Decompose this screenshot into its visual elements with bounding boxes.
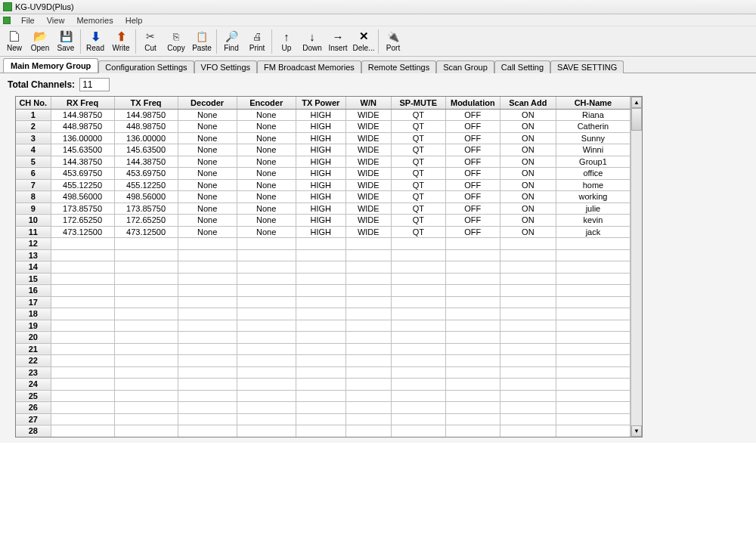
col-wn[interactable]: W/N	[345, 97, 391, 109]
cell-mod[interactable]	[445, 332, 500, 344]
col-dec[interactable]: Decoder	[178, 97, 237, 109]
cell-mod[interactable]: OFF	[445, 168, 500, 180]
cell-rx[interactable]: 144.98750	[51, 109, 114, 121]
row-number[interactable]: 11	[16, 226, 51, 238]
cell-txp[interactable]: HIGH	[296, 132, 345, 144]
cell-wn[interactable]: WIDE	[345, 168, 391, 180]
cell-enc[interactable]	[237, 343, 296, 355]
cell-tx[interactable]	[114, 261, 178, 274]
cell-dec[interactable]: None	[178, 109, 237, 121]
row-number[interactable]: 2	[16, 121, 51, 133]
row-number[interactable]: 12	[16, 238, 51, 250]
menu-file[interactable]: File	[15, 16, 41, 25]
table-row[interactable]: 6453.69750453.69750NoneNoneHIGHWIDEQTOFF…	[16, 168, 631, 180]
cell-txp[interactable]: HIGH	[296, 226, 345, 238]
cell-name[interactable]: Riana	[556, 109, 630, 121]
cell-rx[interactable]	[51, 343, 114, 355]
cell-enc[interactable]: None	[237, 168, 296, 180]
table-row[interactable]: 22	[16, 355, 631, 367]
row-number[interactable]: 23	[16, 366, 51, 379]
cell-mod[interactable]	[445, 273, 500, 285]
cell-scan[interactable]: ON	[500, 215, 556, 227]
cell-name[interactable]	[556, 238, 630, 250]
cell-txp[interactable]	[296, 308, 345, 320]
open-button[interactable]: 📂 Open	[27, 27, 53, 56]
cell-enc[interactable]	[237, 355, 296, 367]
row-number[interactable]: 16	[16, 285, 51, 297]
cut-button[interactable]: ✂ Cut	[138, 27, 163, 56]
cell-name[interactable]	[556, 273, 630, 285]
cell-wn[interactable]: WIDE	[345, 144, 391, 156]
cell-wn[interactable]	[345, 379, 391, 391]
cell-tx[interactable]: 453.69750	[114, 168, 178, 180]
cell-txp[interactable]	[296, 402, 345, 414]
channel-table[interactable]: CH No. RX Freq TX Freq Decoder Encoder T…	[16, 97, 631, 437]
scroll-down-button[interactable]: ▼	[631, 425, 642, 437]
cell-enc[interactable]	[237, 379, 296, 391]
row-number[interactable]: 5	[16, 156, 51, 168]
cell-rx[interactable]: 173.85750	[51, 202, 114, 215]
cell-name[interactable]: julie	[556, 202, 630, 215]
cell-txp[interactable]: HIGH	[296, 121, 345, 133]
cell-rx[interactable]	[51, 296, 114, 308]
table-row[interactable]: 14	[16, 261, 631, 274]
cell-name[interactable]: jack	[556, 226, 630, 238]
cell-rx[interactable]: 144.38750	[51, 156, 114, 168]
cell-wn[interactable]	[345, 238, 391, 250]
table-row[interactable]: 26	[16, 402, 631, 414]
col-enc[interactable]: Encoder	[237, 97, 296, 109]
scroll-thumb[interactable]	[631, 108, 642, 131]
cell-tx[interactable]: 473.12500	[114, 226, 178, 238]
cell-wn[interactable]	[345, 390, 391, 402]
table-row[interactable]: 19	[16, 320, 631, 332]
cell-tx[interactable]: 455.12250	[114, 179, 178, 191]
cell-rx[interactable]	[51, 332, 114, 344]
cell-sp[interactable]	[391, 355, 445, 367]
tab-scan[interactable]: Scan Group	[436, 60, 494, 73]
cell-dec[interactable]	[178, 238, 237, 250]
cell-wn[interactable]	[345, 261, 391, 274]
vertical-scrollbar[interactable]: ▲ ▼	[631, 97, 642, 437]
cell-tx[interactable]: 136.00000	[114, 132, 178, 144]
tab-save[interactable]: SAVE SETTING	[550, 60, 624, 73]
port-button[interactable]: 🔌 Port	[380, 27, 406, 56]
tab-call[interactable]: Call Setting	[494, 60, 550, 73]
cell-scan[interactable]: ON	[500, 226, 556, 238]
cell-mod[interactable]	[445, 402, 500, 414]
cell-mod[interactable]	[445, 320, 500, 332]
cell-tx[interactable]: 498.56000	[114, 191, 178, 203]
cell-dec[interactable]	[178, 249, 237, 261]
cell-scan[interactable]	[500, 285, 556, 297]
cell-tx[interactable]	[114, 296, 178, 308]
cell-tx[interactable]	[114, 320, 178, 332]
cell-txp[interactable]: HIGH	[296, 109, 345, 121]
row-number[interactable]: 6	[16, 168, 51, 180]
table-row[interactable]: 18	[16, 308, 631, 320]
cell-scan[interactable]	[500, 355, 556, 367]
cell-scan[interactable]: ON	[500, 109, 556, 121]
cell-mod[interactable]	[445, 249, 500, 261]
cell-dec[interactable]	[178, 332, 237, 344]
cell-name[interactable]	[556, 355, 630, 367]
cell-enc[interactable]	[237, 261, 296, 274]
cell-sp[interactable]	[391, 366, 445, 379]
tab-fm[interactable]: FM Broadcast Memories	[257, 60, 361, 73]
table-row[interactable]: 9173.85750173.85750NoneNoneHIGHWIDEQTOFF…	[16, 202, 631, 215]
cell-enc[interactable]	[237, 273, 296, 285]
cell-name[interactable]: working	[556, 191, 630, 203]
cell-dec[interactable]	[178, 413, 237, 425]
menu-view[interactable]: View	[41, 16, 71, 25]
cell-scan[interactable]	[500, 238, 556, 250]
cell-sp[interactable]	[391, 379, 445, 391]
cell-name[interactable]: Winni	[556, 144, 630, 156]
cell-scan[interactable]	[500, 366, 556, 379]
cell-dec[interactable]: None	[178, 215, 237, 227]
cell-dec[interactable]: None	[178, 202, 237, 215]
table-row[interactable]: 20	[16, 332, 631, 344]
cell-sp[interactable]	[391, 425, 445, 437]
row-number[interactable]: 8	[16, 191, 51, 203]
cell-wn[interactable]: WIDE	[345, 191, 391, 203]
row-number[interactable]: 17	[16, 296, 51, 308]
cell-sp[interactable]	[391, 285, 445, 297]
cell-name[interactable]	[556, 379, 630, 391]
